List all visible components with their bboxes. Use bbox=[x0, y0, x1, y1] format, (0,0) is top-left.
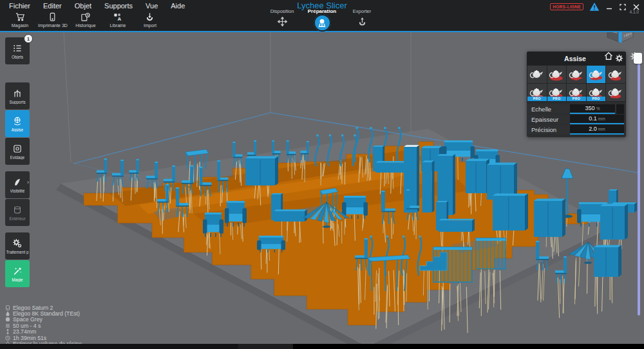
teapot-mat-icon bbox=[568, 68, 585, 82]
sidebar-item-magie[interactable]: Magie bbox=[5, 260, 30, 287]
layer-slider-handle[interactable] bbox=[634, 53, 642, 64]
workflow-tabs: Disposition Préparation Exporter bbox=[264, 8, 380, 32]
epaisseur-input[interactable]: 0.1mm bbox=[570, 115, 624, 124]
main-toolbar: Magasin Imprimante 3D Historique bbox=[4, 12, 166, 28]
layers-icon bbox=[5, 323, 10, 328]
sidebar-item-visibilite[interactable]: › Visibilité bbox=[5, 171, 30, 198]
field-precision: Précision 2.0mm bbox=[527, 125, 624, 134]
base-style-curl[interactable] bbox=[606, 66, 625, 83]
tab-exporter[interactable]: Exporter bbox=[344, 8, 380, 32]
menu-objet[interactable]: Objet bbox=[68, 0, 98, 12]
precision-input[interactable]: 2.0mm bbox=[570, 125, 624, 135]
pro-badge: PRO bbox=[567, 97, 586, 101]
home-icon[interactable] bbox=[603, 51, 614, 61]
menu-editer[interactable]: Editer bbox=[37, 0, 68, 12]
pro-badge: PRO bbox=[527, 97, 547, 101]
minimize-button[interactable] bbox=[605, 3, 613, 11]
base-icon bbox=[12, 116, 23, 126]
platform-icon bbox=[317, 18, 327, 28]
base-style-tiles: PRO PRO PRO PRO bbox=[527, 65, 626, 102]
version-label: 4.1.0 bbox=[630, 10, 639, 14]
gears-icon bbox=[12, 238, 23, 249]
bottom-edge-bar bbox=[0, 344, 644, 349]
library-icon: A bbox=[113, 12, 122, 22]
printer-icon bbox=[5, 305, 10, 310]
layer-slider-track[interactable] bbox=[638, 63, 640, 316]
clock-icon bbox=[5, 335, 10, 341]
maximize-button[interactable] bbox=[619, 3, 627, 11]
menu-vue[interactable]: Vue bbox=[139, 0, 164, 12]
objects-count-badge: 1 bbox=[24, 34, 33, 43]
cylinder-icon bbox=[12, 205, 23, 215]
menu-aide[interactable]: Aide bbox=[164, 0, 191, 12]
height-icon bbox=[5, 329, 10, 334]
base-style-mat[interactable] bbox=[567, 66, 586, 83]
base-style-curl2[interactable] bbox=[606, 84, 625, 101]
history-icon bbox=[80, 12, 90, 22]
teapot-splat-icon bbox=[588, 68, 605, 82]
magic-wand-icon bbox=[12, 266, 23, 276]
export-icon bbox=[357, 17, 367, 26]
base-style-splat2-pro[interactable]: PRO bbox=[547, 84, 567, 101]
teapot-curl-icon bbox=[607, 86, 624, 100]
status-layer: 50 um - 4 s bbox=[5, 323, 82, 328]
print-summary: Elegoo Saturn 2 Elegoo 8K Standard (TEst… bbox=[5, 305, 82, 347]
import-button[interactable]: Import bbox=[134, 12, 166, 28]
sidebar-item-exterieur: Extérieur bbox=[5, 199, 30, 226]
base-style-cage-pro[interactable]: PRO bbox=[567, 84, 586, 101]
teapot-disc-icon bbox=[548, 68, 565, 82]
hollow-icon bbox=[12, 144, 23, 154]
status-printer: Elegoo Saturn 2 bbox=[5, 305, 82, 310]
printer-3d-button[interactable]: Imprimante 3D bbox=[36, 12, 70, 28]
base-style-splat3-pro[interactable]: PRO bbox=[587, 84, 606, 101]
echelle-input[interactable]: 350% bbox=[570, 104, 615, 114]
store-button[interactable]: Magasin bbox=[4, 12, 36, 28]
teapot-curl-icon bbox=[607, 68, 624, 82]
sidebar-item-supports[interactable]: Supports bbox=[5, 82, 30, 109]
status-resin: Elegoo 8K Standard (TEst) bbox=[5, 310, 82, 316]
base-style-waffle-pro[interactable]: PRO bbox=[527, 84, 547, 101]
svg-text:A: A bbox=[118, 16, 122, 22]
echelle-extra-box[interactable] bbox=[616, 104, 624, 114]
status-color: Space Grey bbox=[5, 317, 82, 323]
panel-gear-icon[interactable] bbox=[612, 52, 626, 65]
tab-preparation[interactable]: Préparation bbox=[304, 8, 340, 32]
assise-fields: Echelle 350% Epaisseur 0.1mm Précision 2… bbox=[527, 102, 626, 137]
panel-title: Assise bbox=[527, 55, 612, 62]
base-style-splat-selected[interactable] bbox=[587, 66, 606, 83]
supports-icon bbox=[12, 88, 23, 99]
color-icon bbox=[5, 317, 10, 322]
field-epaisseur: Epaisseur 0.1mm bbox=[527, 115, 624, 124]
base-style-none[interactable] bbox=[527, 66, 547, 83]
menu-supports[interactable]: Supports bbox=[98, 0, 139, 12]
pro-badge: PRO bbox=[587, 97, 606, 101]
move-icon bbox=[278, 17, 287, 26]
base-style-disc[interactable] bbox=[547, 66, 567, 83]
menu-bar: Fichier Editer Objet Supports Vue Aide bbox=[3, 0, 191, 12]
menu-fichier[interactable]: Fichier bbox=[3, 0, 37, 12]
pro-badge: PRO bbox=[547, 97, 567, 101]
lychee-slicer-window: Fichier Editer Objet Supports Vue Aide L… bbox=[0, 0, 644, 349]
status-height: 23.74mm bbox=[5, 329, 82, 335]
teapot-icon bbox=[529, 68, 545, 82]
history-button[interactable]: Historique bbox=[70, 12, 102, 28]
resin-icon bbox=[5, 311, 10, 316]
offline-badge: HORS-LIGNE bbox=[550, 3, 583, 10]
sidebar-item-assise[interactable]: Assise bbox=[5, 110, 30, 137]
chevron-right-icon: › bbox=[27, 180, 29, 185]
cart-icon bbox=[15, 12, 25, 22]
status-time: 1h 39min 51s bbox=[5, 335, 82, 341]
tab-disposition[interactable]: Disposition bbox=[264, 8, 300, 32]
sidebar-item-objets[interactable]: 1 Objets bbox=[5, 37, 30, 64]
field-echelle: Echelle 350% bbox=[527, 104, 624, 113]
library-button[interactable]: A Librairie bbox=[102, 12, 134, 28]
import-icon bbox=[145, 12, 155, 22]
printer-3d-icon bbox=[48, 12, 57, 22]
app-header: Fichier Editer Objet Supports Vue Aide L… bbox=[0, 0, 644, 32]
warning-icon[interactable] bbox=[589, 2, 600, 12]
objects-list-icon bbox=[12, 43, 23, 53]
sidebar-item-traitement[interactable]: Traitement p bbox=[5, 232, 30, 259]
sidebar-item-evidage[interactable]: Evidage bbox=[5, 138, 30, 165]
fin-icon bbox=[12, 177, 23, 187]
window-controls: HORS-LIGNE bbox=[550, 2, 640, 12]
